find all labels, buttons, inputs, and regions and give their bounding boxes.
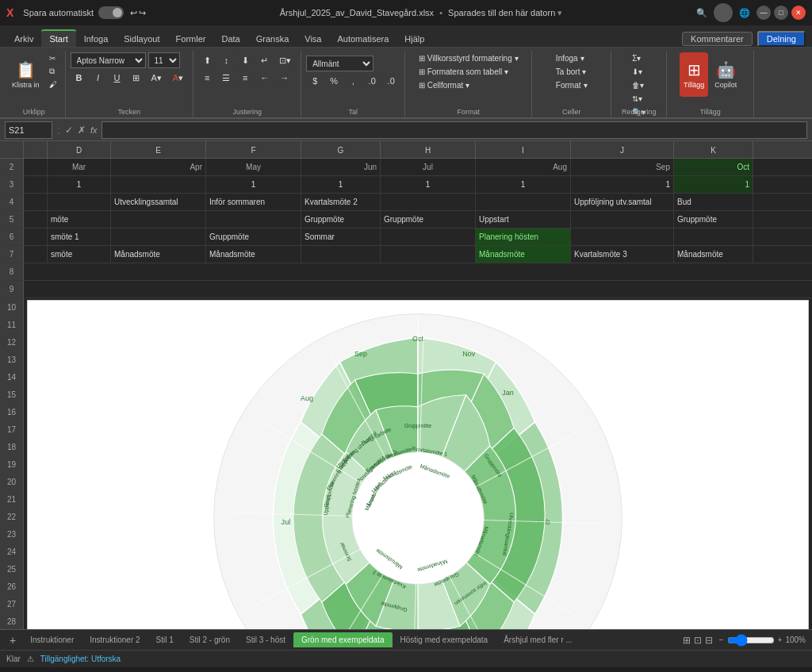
cell-row3-e[interactable] bbox=[111, 176, 206, 193]
cell-row4-g[interactable]: Kvartalsmöte 2 bbox=[301, 194, 381, 210]
format-painter-button[interactable]: 🖌 bbox=[46, 79, 60, 90]
cell-row5-h[interactable]: Gruppmöte bbox=[381, 211, 476, 228]
cell-row5-d[interactable]: möte bbox=[48, 211, 111, 228]
font-family-select[interactable]: Aptos Narrow bbox=[71, 52, 146, 68]
align-top-button[interactable]: ⬆ bbox=[198, 52, 216, 68]
font-color-button[interactable]: A▾ bbox=[168, 70, 188, 86]
comma-button[interactable]: , bbox=[344, 73, 362, 89]
cell-row2-j[interactable]: Sep bbox=[571, 159, 674, 175]
align-right-button[interactable]: ≡ bbox=[236, 70, 254, 86]
cell-row6-h[interactable] bbox=[381, 228, 476, 245]
zoom-slider[interactable] bbox=[727, 634, 775, 647]
sheet-tab-stil3[interactable]: Stil 3 - höst bbox=[238, 632, 293, 647]
cell-row7-j[interactable]: Kvartalsmöte 3 bbox=[571, 246, 674, 263]
layout-view-icon[interactable]: ⊡ bbox=[694, 635, 702, 646]
clear-button[interactable]: 🗑▾ bbox=[629, 79, 647, 91]
cell-row4-e[interactable]: Utvecklingssamtal bbox=[111, 194, 206, 210]
tab-hjalp[interactable]: Hjälp bbox=[396, 31, 432, 47]
cell-row4-h[interactable] bbox=[381, 194, 476, 210]
dec-dec-button[interactable]: .0 bbox=[382, 73, 400, 89]
cell-row7-d[interactable]: smöte bbox=[48, 246, 111, 263]
dec-inc-button[interactable]: .0 bbox=[363, 73, 381, 89]
col-header-d[interactable] bbox=[24, 141, 48, 159]
cell-row2-f[interactable]: May bbox=[206, 159, 301, 175]
cell-row3-d[interactable]: 1 bbox=[48, 176, 111, 193]
cell-row3-h[interactable]: 1 bbox=[381, 176, 476, 193]
cell-row2-e[interactable]: Apr bbox=[111, 159, 206, 175]
cell-styles-button[interactable]: ⊞ Cellformat ▾ bbox=[416, 79, 473, 91]
col-header-j[interactable]: J bbox=[571, 141, 674, 159]
cell-row3-f[interactable]: 1 bbox=[206, 176, 301, 193]
cell-row4-j[interactable]: Uppföljning utv.samtal bbox=[571, 194, 674, 210]
accessibility-status[interactable]: Tillgänglighet: Utforska bbox=[40, 655, 121, 663]
cell-row3-j[interactable]: 1 bbox=[571, 176, 674, 193]
cell-row6-d[interactable]: smöte 1 bbox=[48, 228, 111, 245]
align-left-button[interactable]: ≡ bbox=[198, 70, 216, 86]
undo-icon[interactable]: ↩ bbox=[130, 8, 137, 18]
cell-row5-i[interactable]: Uppstart bbox=[476, 211, 571, 228]
tab-arkiv[interactable]: Arkiv bbox=[6, 31, 41, 47]
sheet-tab-hostig[interactable]: Höstig med exempeldata bbox=[393, 632, 496, 647]
add-sheet-button[interactable]: + bbox=[3, 632, 22, 648]
fill-color-button[interactable]: A▾ bbox=[147, 70, 167, 86]
close-button[interactable]: ✕ bbox=[791, 6, 806, 20]
indent-inc-button[interactable]: → bbox=[275, 70, 293, 86]
font-size-select[interactable]: 11 bbox=[148, 52, 180, 68]
percent-button[interactable]: % bbox=[325, 73, 343, 89]
align-middle-button[interactable]: ↕ bbox=[217, 52, 235, 68]
cell-row4-k[interactable]: Bud bbox=[674, 194, 753, 210]
cell-row3-extra[interactable] bbox=[24, 176, 48, 193]
search-icon[interactable]: 🔍 bbox=[696, 8, 707, 18]
conditional-formatting-button[interactable]: ⊞ Villkorsstyrd formatering ▾ bbox=[416, 52, 522, 64]
cell-row6-extra[interactable] bbox=[24, 228, 48, 245]
cell-row4-i[interactable] bbox=[476, 194, 571, 210]
cell-reference-input[interactable] bbox=[5, 121, 52, 139]
sheet-tab-stil1[interactable]: Stil 1 bbox=[148, 632, 182, 647]
cell-row7-h[interactable] bbox=[381, 246, 476, 263]
checkmark-icon[interactable]: ✓ bbox=[65, 125, 73, 136]
cross-icon[interactable]: ✗ bbox=[78, 125, 86, 136]
col-header-d2[interactable]: D bbox=[48, 141, 111, 159]
tab-sidlayout[interactable]: Sidlayout bbox=[116, 31, 167, 47]
indent-dec-button[interactable]: ← bbox=[255, 70, 274, 86]
bold-button[interactable]: B bbox=[71, 70, 88, 86]
paste-button[interactable]: 📋 Klistra in bbox=[8, 52, 44, 97]
cell-row2-i[interactable]: Aug bbox=[476, 159, 571, 175]
tab-granska[interactable]: Granska bbox=[248, 31, 297, 47]
sheet-tab-instruktioner2[interactable]: Instruktioner 2 bbox=[82, 632, 147, 647]
tab-visa[interactable]: Visa bbox=[297, 31, 329, 47]
sheet-tab-gron[interactable]: Grön med exempeldata bbox=[293, 632, 393, 647]
copy-button[interactable]: ⧉ bbox=[46, 65, 60, 78]
delete-button[interactable]: Ta bort ▾ bbox=[553, 66, 590, 78]
copilot-button[interactable]: 🤖 Copilot bbox=[710, 52, 741, 97]
tab-start[interactable]: Start bbox=[41, 29, 75, 47]
merge-button[interactable]: ⊡▾ bbox=[274, 52, 296, 68]
tab-data[interactable]: Data bbox=[213, 31, 247, 47]
cell-row3-k[interactable]: 1 bbox=[674, 176, 753, 193]
cell-row5-j[interactable] bbox=[571, 211, 674, 228]
autosave-toggle[interactable] bbox=[98, 6, 124, 19]
cell-row5-g[interactable]: Gruppmöte bbox=[301, 211, 381, 228]
sheet-tab-stil2[interactable]: Stil 2 - grön bbox=[182, 632, 238, 647]
comments-button[interactable]: Kommentarer bbox=[682, 32, 753, 46]
cell-row2-col-extra[interactable] bbox=[24, 159, 48, 175]
cell-row4-f[interactable]: Inför sommaren bbox=[206, 194, 301, 210]
normal-view-icon[interactable]: ⊞ bbox=[683, 635, 691, 646]
cell-row7-extra[interactable] bbox=[24, 246, 48, 263]
cell-row6-f[interactable]: Gruppmöte bbox=[206, 228, 301, 245]
cell-row2-g[interactable]: Jun bbox=[301, 159, 381, 175]
col-header-g[interactable]: G bbox=[301, 141, 381, 159]
sheet-tab-arshjul[interactable]: Årshjul med fler r ... bbox=[496, 632, 580, 647]
cell-row7-g[interactable] bbox=[301, 246, 381, 263]
minimize-button[interactable]: — bbox=[756, 6, 771, 20]
redo-icon[interactable]: ↪ bbox=[139, 8, 146, 18]
currency-button[interactable]: $ bbox=[306, 73, 324, 89]
cell-row2-k[interactable]: Oct bbox=[674, 159, 753, 175]
cell-row2-h[interactable]: Jul bbox=[381, 159, 476, 175]
tab-formler[interactable]: Formler bbox=[168, 31, 214, 47]
cell-row7-k[interactable]: Månadsmöte bbox=[674, 246, 753, 263]
share-button[interactable]: Delning bbox=[757, 31, 806, 47]
cell-row7-i[interactable]: Månadsmöte bbox=[476, 246, 571, 263]
cell-row3-g[interactable]: 1 bbox=[301, 176, 381, 193]
cell-row4-d[interactable] bbox=[48, 194, 111, 210]
